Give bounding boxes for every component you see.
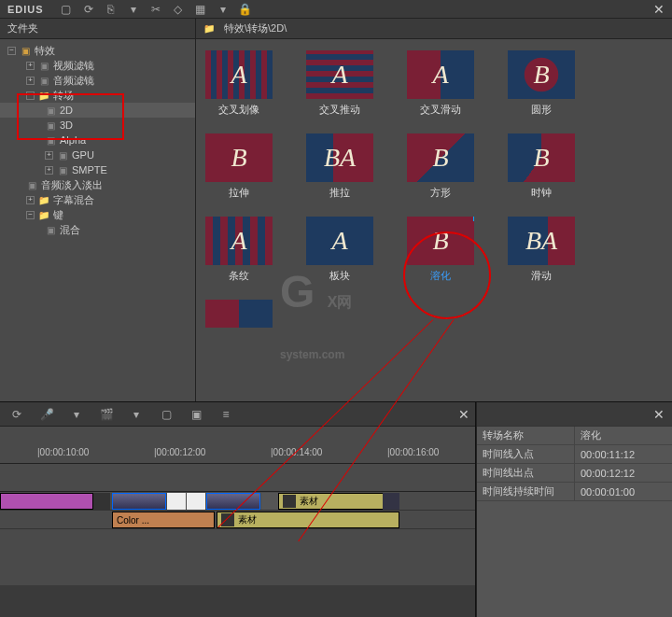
thumb-label: 推拉 — [329, 186, 350, 200]
clip-white-2[interactable] — [187, 493, 205, 510]
thumb-6[interactable]: B方形 — [403, 133, 478, 200]
info-row: 时间线出点00:00:12:12 — [477, 464, 672, 483]
thumb-5[interactable]: BA推拉 — [302, 133, 377, 200]
thumb-label: 方形 — [430, 186, 451, 200]
thumb-image: BA — [306, 133, 373, 182]
timeline-tracks: 素材 Color ... 素材 — [0, 492, 475, 585]
thumb-image: B — [205, 133, 273, 182]
info-close-icon[interactable]: ✕ — [653, 407, 665, 422]
thumb-2[interactable]: A交叉滑动 — [403, 50, 478, 117]
thumb-label: 溶化 — [430, 269, 451, 283]
timeline-ruler[interactable]: |00:00:10:00 |00:00:12:00 |00:00:14:00 |… — [0, 427, 475, 464]
thumb-image: B — [508, 133, 575, 182]
folder-header: 文件夹 — [0, 19, 195, 39]
chevron-down-icon-3[interactable]: ▾ — [69, 407, 84, 422]
thumb-label: 时钟 — [531, 186, 552, 200]
tree-effects[interactable]: −▣特效 — [0, 43, 195, 58]
tl-tool-2[interactable]: 🎬 — [99, 407, 114, 422]
thumb-label: 条纹 — [229, 269, 249, 283]
tl-tool-1[interactable]: ⟳ — [9, 407, 24, 422]
tree-audio-fade[interactable]: ▣音频淡入淡出 — [0, 177, 195, 192]
info-key: 时间线出点 — [477, 464, 575, 483]
thumb-label: 交叉推动 — [319, 103, 360, 117]
lock-icon[interactable]: 🔒 — [238, 2, 253, 17]
clip-dissolve-2[interactable] — [206, 493, 260, 510]
thumb-image — [205, 300, 273, 328]
thumb-image: A — [306, 50, 373, 99]
info-panel: ✕ 转场名称溶化时间线入点00:00:11:12时间线出点00:00:12:12… — [476, 402, 672, 617]
thumb-8[interactable]: A条纹 — [202, 217, 276, 283]
close-icon[interactable]: ✕ — [653, 2, 665, 17]
clip-thumb-1[interactable] — [93, 493, 110, 510]
thumb-label: 交叉划像 — [218, 103, 259, 117]
clip-material[interactable]: 素材 — [278, 493, 399, 510]
tree-video-filter[interactable]: +▣视频滤镜 — [0, 58, 195, 73]
thumb-10[interactable]: BD溶化 — [403, 217, 478, 283]
track-1[interactable]: 素材 — [0, 492, 475, 511]
info-row: 时间线入点00:00:11:12 — [477, 445, 672, 464]
tree-transition[interactable]: −📁转场 — [0, 88, 195, 103]
info-value: 溶化 — [575, 427, 673, 445]
clip-gray[interactable] — [261, 493, 278, 510]
info-row: 时间线持续时间00:00:01:00 — [477, 483, 672, 501]
tree-mix[interactable]: ▣混合 — [0, 222, 195, 237]
chevron-down-icon[interactable]: ▾ — [126, 2, 141, 17]
toolbar-icon-1[interactable]: ▢ — [59, 2, 74, 17]
track-2[interactable]: Color ... 素材 — [0, 511, 475, 529]
thumb-11[interactable]: BA滑动 — [504, 217, 579, 283]
toolbar-icon-5[interactable]: ▦ — [193, 2, 208, 17]
clip-white-1[interactable] — [167, 493, 186, 510]
info-value: 00:00:12:12 — [575, 464, 673, 483]
thumb-label: 交叉滑动 — [420, 103, 461, 117]
thumb-image: BA — [508, 217, 575, 265]
clip-dissolve[interactable] — [112, 493, 166, 510]
tl-tool-4[interactable]: ▣ — [189, 407, 203, 422]
tl-tool-5[interactable]: ≡ — [218, 407, 233, 422]
tree-smpte[interactable]: +▣SMPTE — [0, 162, 195, 177]
timeline-toolbar: ⟳ 🎤 ▾ 🎬 ▾ ▢ ▣ ≡ ✕ — [0, 402, 475, 427]
info-key: 时间线持续时间 — [477, 483, 575, 501]
thumb-7[interactable]: B时钟 — [504, 133, 579, 200]
thumb-image: B — [508, 50, 575, 99]
thumb-4[interactable]: B拉伸 — [202, 133, 276, 200]
title-bar: EDIUS ▢ ⟳ ⎘ ▾ ✂ ◇ ▦ ▾ 🔒 ✕ — [0, 0, 672, 19]
tree-subtitle-mix[interactable]: +📁字幕混合 — [0, 192, 195, 207]
default-badge: D — [472, 217, 474, 224]
tree-audio-filter[interactable]: +▣音频滤镜 — [0, 73, 195, 88]
thumb-partial[interactable] — [202, 300, 276, 328]
thumb-image: A — [205, 50, 273, 99]
toolbar-icon-2[interactable]: ⟳ — [81, 2, 96, 17]
thumb-image: A — [306, 217, 373, 265]
toolbar-icon-3[interactable]: ⎘ — [104, 2, 119, 17]
toolbar-icon-4[interactable]: ◇ — [171, 2, 186, 17]
info-row: 转场名称溶化 — [477, 427, 672, 445]
tl-tool-3[interactable]: ▢ — [159, 407, 174, 422]
clip-color[interactable]: Color ... — [112, 512, 215, 528]
timeline-close-icon[interactable]: ✕ — [458, 407, 469, 422]
breadcrumb: 📁 特效\转场\2D\ — [196, 19, 672, 39]
info-key: 转场名称 — [477, 427, 575, 445]
tree-2d[interactable]: ▣2D — [0, 103, 195, 118]
timeline-panel: ⟳ 🎤 ▾ 🎬 ▾ ▢ ▣ ≡ ✕ |00:00:10:00 |00:00:12… — [0, 401, 672, 617]
cut-icon[interactable]: ✂ — [148, 2, 163, 17]
thumb-image: B — [407, 133, 474, 182]
thumb-label: 板块 — [329, 269, 350, 283]
mic-icon[interactable]: 🎤 — [39, 407, 54, 422]
timeline-left: ⟳ 🎤 ▾ 🎬 ▾ ▢ ▣ ≡ ✕ |00:00:10:00 |00:00:12… — [0, 402, 476, 617]
thumb-0[interactable]: A交叉划像 — [202, 50, 276, 117]
info-key: 时间线入点 — [477, 445, 575, 464]
thumb-3[interactable]: B圆形 — [504, 50, 579, 117]
thumb-label: 滑动 — [531, 269, 552, 283]
tree-alpha[interactable]: ▣Alpha — [0, 133, 195, 147]
folder-icon: 📁 — [203, 23, 215, 35]
chevron-down-icon-4[interactable]: ▾ — [129, 407, 144, 422]
clip-thumb-2[interactable] — [383, 493, 399, 510]
chevron-down-icon-2[interactable]: ▾ — [216, 2, 231, 17]
tree-gpu[interactable]: +▣GPU — [0, 147, 195, 162]
tree-3d[interactable]: ▣3D — [0, 118, 195, 133]
clip-purple[interactable] — [0, 493, 93, 510]
clip-material-2[interactable]: 素材 — [217, 512, 399, 528]
thumb-9[interactable]: A板块 — [302, 217, 377, 283]
thumb-1[interactable]: A交叉推动 — [302, 50, 377, 117]
tree-key[interactable]: −📁键 — [0, 207, 195, 222]
